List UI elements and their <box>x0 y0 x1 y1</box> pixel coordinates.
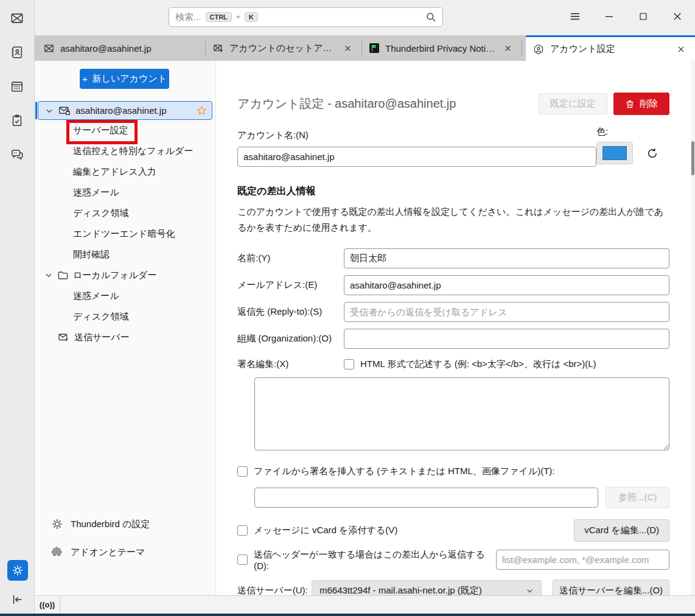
search-icon <box>425 12 436 23</box>
tab-account-setup[interactable]: アカウントのセットアップ <box>206 35 361 61</box>
replyto-input[interactable] <box>344 302 669 322</box>
chevron-down-icon <box>526 587 534 595</box>
outgoing-server-icon <box>58 332 69 343</box>
tree-item-label: ディスク領域 <box>73 311 128 323</box>
sidebar-item-server-settings[interactable]: サーバー設定 <box>35 120 215 141</box>
close-tab-icon[interactable] <box>501 43 514 54</box>
sidebar-item-e2e-encryption[interactable]: エンドツーエンド暗号化 <box>35 223 215 244</box>
catchall-input[interactable] <box>496 550 669 570</box>
settings-gear-icon <box>12 564 24 576</box>
smtp-server-select[interactable]: m6643tt294f - mail.asahi-net.or.jp (既定) <box>312 580 542 595</box>
minimize-button[interactable] <box>600 6 618 27</box>
tasks-space-button[interactable] <box>7 110 27 131</box>
sidebar-item-local-folders[interactable]: ローカルフォルダー <box>35 265 215 285</box>
scrollbar-thumb[interactable] <box>691 141 694 175</box>
settings-gear-icon <box>51 518 63 530</box>
menu-icon <box>569 10 581 23</box>
mail-icon <box>44 43 54 54</box>
account-color-picker[interactable] <box>596 142 633 164</box>
attach-signature-file-label: ファイルから署名を挿入する (テキストまたは HTML、画像ファイル)(T): <box>254 466 555 477</box>
tab-label: アカウント設定 <box>550 43 615 55</box>
sidebar-item-copies-folders[interactable]: 送信控えと特別なフォルダー <box>35 141 215 161</box>
tab-mail-account[interactable]: asahitaro@asahinet.jp <box>37 35 205 61</box>
sidebar-item-composition[interactable]: 編集とアドレス入力 <box>35 161 215 182</box>
sidebar-item-local-disk-space[interactable]: ディスク領域 <box>35 306 215 327</box>
set-default-button[interactable]: 既定に設定 <box>539 93 607 114</box>
tree-item-label: 送信サーバー <box>74 332 130 343</box>
puzzle-icon <box>51 546 63 558</box>
close-tab-icon[interactable] <box>341 43 354 54</box>
smtp-label: 送信サーバー(U): <box>237 585 312 596</box>
tree-item-label: エンドツーエンド暗号化 <box>73 228 175 240</box>
collapse-spaces-button[interactable] <box>7 589 28 610</box>
app-menu-button[interactable] <box>566 6 584 27</box>
signature-file-input[interactable] <box>254 488 598 508</box>
color-swatch <box>602 146 627 160</box>
maximize-button[interactable] <box>634 6 652 27</box>
tree-item-label: 迷惑メール <box>73 187 119 198</box>
signature-html-checkbox[interactable] <box>344 359 354 369</box>
sidebar-item-return-receipts[interactable]: 開封確認 <box>35 244 215 265</box>
calendar-space-button[interactable] <box>7 76 27 97</box>
page-title: アカウント設定 - asahitaro@asahinet.jp <box>237 96 539 112</box>
signature-html-label: HTML 形式で記述する (例: <b>太字</b>、改行は <br>)(L) <box>360 359 596 370</box>
account-settings-sidebar: + 新しいアカウント asahitaro@asahinet.jp サーバー設定 … <box>35 61 216 595</box>
kbd-ctrl: CTRL <box>206 12 232 22</box>
mail-space-button[interactable] <box>7 8 27 29</box>
color-label: 色: <box>596 126 608 136</box>
sidebar-item-account[interactable]: asahitaro@asahinet.jp <box>38 101 212 120</box>
tasks-icon <box>10 114 24 127</box>
sidebar-item-local-junk[interactable]: 迷惑メール <box>35 285 215 306</box>
edit-smtp-button[interactable]: 送信サーバーを編集...(O) <box>553 579 669 596</box>
account-name-input[interactable] <box>237 147 596 167</box>
smtp-selected-value: m6643tt294f - mail.asahi-net.or.jp (既定) <box>320 585 521 596</box>
identity-section-heading: 既定の差出人情報 <box>237 185 669 198</box>
delete-account-button[interactable]: 削除 <box>613 93 669 115</box>
close-tab-icon[interactable] <box>674 44 688 55</box>
email-input[interactable] <box>344 275 669 295</box>
tree-item-label: サーバー設定 <box>73 125 128 136</box>
tab-account-settings[interactable]: アカウント設定 <box>526 35 695 61</box>
kbd-plus: + <box>236 13 240 21</box>
sidebar-item-thunderbird-settings[interactable]: Thunderbird の設定 <box>35 510 215 538</box>
browse-button[interactable]: 参照...(C) <box>606 487 669 508</box>
collapse-sidebar-icon <box>11 593 24 606</box>
tree-item-label: ディスク領域 <box>73 208 128 219</box>
folder-icon <box>57 270 69 281</box>
sidebar-item-disk-space[interactable]: ディスク領域 <box>35 203 215 223</box>
tab-label: asahitaro@asahinet.jp <box>60 43 152 54</box>
identity-section-description: このアカウントで使用する既定の差出人情報を設定してください。これはメッセージの差… <box>237 204 669 236</box>
kbd-k: K <box>245 12 258 22</box>
name-input[interactable] <box>344 248 669 268</box>
new-account-button[interactable]: + 新しいアカウント <box>80 69 169 89</box>
privacy-flag-icon <box>369 43 379 53</box>
chat-space-button[interactable] <box>7 144 27 165</box>
signature-textarea[interactable] <box>254 377 669 450</box>
sidebar-item-junk[interactable]: 迷惑メール <box>35 182 215 203</box>
addressbook-space-button[interactable] <box>7 42 27 63</box>
star-icon <box>197 105 207 116</box>
name-label: 名前:(Y) <box>237 253 344 264</box>
organization-label: 組織 (Organization):(O) <box>237 333 344 345</box>
color-reset-icon[interactable] <box>646 147 658 159</box>
catchall-checkbox[interactable] <box>237 555 248 565</box>
sidebar-item-outgoing-server[interactable]: 送信サーバー <box>35 327 215 348</box>
vertical-scrollbar[interactable] <box>691 61 695 595</box>
close-window-button[interactable] <box>668 6 686 27</box>
sidebar-item-addons-themes[interactable]: アドオンとテーマ <box>35 538 215 566</box>
tree-item-label: 開封確認 <box>73 249 110 261</box>
attach-vcard-checkbox[interactable] <box>237 525 248 536</box>
chat-icon <box>10 148 24 161</box>
edit-vcard-button[interactable]: vCard を編集...(D) <box>574 519 669 542</box>
settings-space-button[interactable] <box>7 560 28 581</box>
account-settings-main: アカウント設定 - asahitaro@asahinet.jp 既定に設定 削除… <box>216 61 695 595</box>
sidebar-account-label: asahitaro@asahinet.jp <box>75 105 192 116</box>
minimize-icon <box>604 11 615 22</box>
tab-privacy-notice[interactable]: Thunderbird Privacy Notice – <box>362 35 522 61</box>
tree-item-label: ローカルフォルダー <box>73 270 156 281</box>
broadcast-status-button[interactable]: ((o)) <box>35 596 60 614</box>
organization-input[interactable] <box>344 329 669 349</box>
attach-signature-file-checkbox[interactable] <box>237 466 248 477</box>
calendar-icon <box>10 80 24 93</box>
global-search-input[interactable]: 検索... CTRL + K <box>169 7 443 27</box>
